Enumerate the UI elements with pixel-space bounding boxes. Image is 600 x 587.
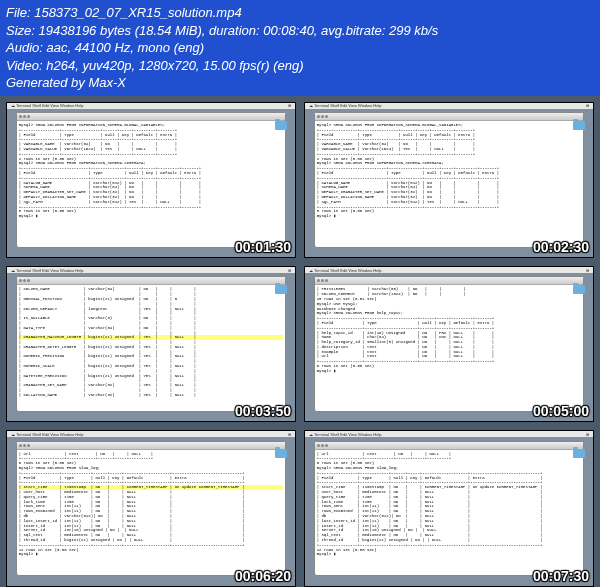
- terminal-window: mysql> SHOW COLUMNS FROM INFORMATION_SCH…: [314, 112, 585, 248]
- terminal-output: mysql> SHOW COLUMNS FROM INFORMATION_SCH…: [315, 121, 584, 247]
- thumbnail-3[interactable]: ☁ Terminal Shell Edit View Window Help⊞|…: [6, 266, 296, 422]
- timestamp: 00:03:50: [235, 403, 291, 419]
- timestamp: 00:01:30: [235, 239, 291, 255]
- os-menubar: ☁ Terminal Shell Edit View Window Help⊞: [305, 267, 593, 273]
- window-titlebar: [17, 442, 286, 450]
- thumbnail-2[interactable]: ☁ Terminal Shell Edit View Window Help⊞m…: [304, 102, 594, 258]
- generated-line: Generated by Max-X: [6, 74, 594, 92]
- terminal-output: mysql> SHOW COLUMNS FROM INFORMATION_SCH…: [17, 121, 286, 247]
- terminal-output: | PRIVILEGES | varchar(80) | NO | | || C…: [315, 285, 584, 411]
- folder-icon: [573, 285, 585, 294]
- os-menubar: ☁ Terminal Shell Edit View Window Help⊞: [305, 431, 593, 437]
- terminal-window: | COLUMN_NAME | varchar(64) | NO | | || …: [16, 276, 287, 412]
- thumbnail-1[interactable]: ☁ Terminal Shell Edit View Window Help⊞m…: [6, 102, 296, 258]
- timestamp: 00:07:30: [533, 568, 589, 584]
- os-menubar: ☁ Terminal Shell Edit View Window Help⊞: [7, 267, 295, 273]
- media-info-header: File: 158373_02_07_XR15_solution.mp4 Siz…: [0, 0, 600, 96]
- terminal-window: | url | text | NO | | NULL |+-----------…: [16, 441, 287, 577]
- thumbnail-5[interactable]: ☁ Terminal Shell Edit View Window Help⊞|…: [6, 430, 296, 586]
- size-line: Size: 19438196 bytes (18.54 MiB), durati…: [6, 22, 594, 40]
- window-titlebar: [315, 113, 584, 121]
- thumbnail-grid: ☁ Terminal Shell Edit View Window Help⊞m…: [0, 96, 600, 587]
- thumbnail-4[interactable]: ☁ Terminal Shell Edit View Window Help⊞|…: [304, 266, 594, 422]
- audio-line: Audio: aac, 44100 Hz, mono (eng): [6, 39, 594, 57]
- os-menubar: ☁ Terminal Shell Edit View Window Help⊞: [305, 103, 593, 109]
- terminal-output: | COLUMN_NAME | varchar(64) | NO | | || …: [17, 285, 286, 411]
- os-menubar: ☁ Terminal Shell Edit View Window Help⊞: [7, 103, 295, 109]
- file-line: File: 158373_02_07_XR15_solution.mp4: [6, 4, 594, 22]
- window-titlebar: [17, 277, 286, 285]
- folder-icon: [275, 121, 287, 130]
- folder-icon: [275, 449, 287, 458]
- terminal-window: | PRIVILEGES | varchar(80) | NO | | || C…: [314, 276, 585, 412]
- folder-icon: [573, 449, 585, 458]
- window-titlebar: [315, 277, 584, 285]
- terminal-window: mysql> SHOW COLUMNS FROM INFORMATION_SCH…: [16, 112, 287, 248]
- timestamp: 00:05:00: [533, 403, 589, 419]
- window-titlebar: [315, 442, 584, 450]
- window-titlebar: [17, 113, 286, 121]
- terminal-window: | url | text | NO | | NULL |+-----------…: [314, 441, 585, 577]
- timestamp: 00:06:20: [235, 568, 291, 584]
- thumbnail-6[interactable]: ☁ Terminal Shell Edit View Window Help⊞|…: [304, 430, 594, 586]
- timestamp: 00:02:30: [533, 239, 589, 255]
- terminal-output: | url | text | NO | | NULL |+-----------…: [17, 450, 286, 576]
- os-menubar: ☁ Terminal Shell Edit View Window Help⊞: [7, 431, 295, 437]
- folder-icon: [573, 121, 585, 130]
- terminal-output: | url | text | NO | | NULL |+-----------…: [315, 450, 584, 576]
- folder-icon: [275, 285, 287, 294]
- video-line: Video: h264, yuv420p, 1280x720, 15.00 fp…: [6, 57, 594, 75]
